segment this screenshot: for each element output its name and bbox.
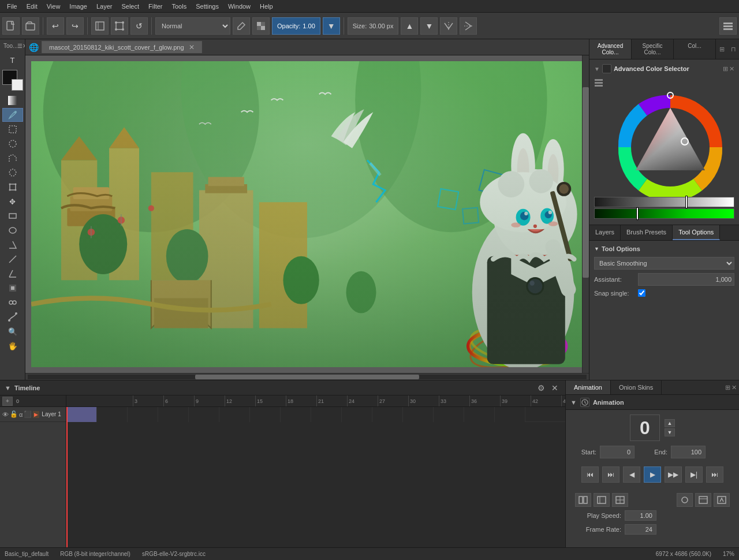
next-keyframe-btn[interactable]: ▶| — [685, 466, 703, 483]
canvas-viewport[interactable] — [25, 55, 589, 373]
color-selector-expand[interactable]: ⊞ — [723, 65, 728, 73]
undo-btn[interactable]: ↩ — [47, 17, 64, 35]
frame-down-btn[interactable]: ▼ — [665, 428, 675, 436]
frame-8[interactable] — [311, 407, 342, 422]
angle-tool-btn[interactable] — [2, 267, 23, 281]
start-input[interactable] — [600, 446, 635, 458]
new-document-btn[interactable] — [2, 17, 20, 35]
tool-options-tab[interactable]: Tool Options — [673, 225, 720, 240]
timeline-frames[interactable] — [66, 407, 565, 547]
menu-layer[interactable]: Layer — [92, 2, 117, 11]
transform-tool-btn[interactable] — [2, 180, 23, 194]
h-scrollbar[interactable] — [25, 373, 589, 380]
play-speed-input[interactable] — [625, 510, 656, 521]
similar-select-btn[interactable] — [2, 296, 23, 309]
rotate-btn[interactable]: ↺ — [130, 17, 148, 35]
menu-select[interactable]: Select — [117, 2, 144, 11]
frame-5[interactable] — [219, 407, 250, 422]
v-scrollbar[interactable] — [582, 55, 589, 373]
gradient-thumb-1[interactable] — [685, 196, 688, 208]
color-selector-close[interactable]: ✕ — [729, 65, 734, 73]
col-tab[interactable]: Col... — [674, 39, 716, 59]
toolbox-menu-btn[interactable]: ☰ — [17, 43, 23, 49]
path-tool-btn[interactable] — [2, 310, 23, 324]
panel-expand-btn[interactable]: ⊞ — [716, 39, 727, 59]
menu-tools[interactable]: Tools — [167, 2, 192, 11]
onion-skins-tab-btn[interactable]: Onion Skins — [611, 380, 662, 394]
snap-single-checkbox[interactable] — [638, 289, 645, 297]
mirror-v-btn[interactable] — [460, 17, 477, 35]
contiguous-select-btn[interactable] — [2, 281, 23, 295]
redo-btn[interactable]: ↪ — [66, 17, 84, 35]
frame-9[interactable] — [342, 407, 372, 422]
advanced-color-tab[interactable]: Advanced Colo... — [589, 39, 632, 59]
freehand-select-btn[interactable] — [2, 166, 23, 180]
menu-settings[interactable]: Settings — [191, 2, 223, 11]
color-gradient-bar-2[interactable] — [594, 208, 734, 219]
layer-anim-icon[interactable]: ▶ — [33, 411, 39, 418]
frame-10[interactable] — [372, 407, 403, 422]
tab-close-btn[interactable]: ✕ — [189, 44, 195, 51]
step-forward-btn[interactable]: ▶▶ — [665, 466, 682, 483]
color-wheel-container[interactable] — [594, 89, 734, 193]
document-tab[interactable]: mascot_20150812_kiki_scott_cover_f_glow.… — [42, 41, 202, 53]
transform-btn[interactable] — [111, 17, 128, 35]
anim-btn-6[interactable] — [714, 493, 730, 507]
play-btn[interactable]: ▶ — [644, 466, 661, 483]
end-input[interactable] — [671, 446, 706, 458]
ellipse-shape-btn[interactable] — [2, 223, 23, 237]
timeline-collapse-icon[interactable]: ▼ — [5, 384, 11, 391]
menu-image[interactable]: Image — [65, 2, 92, 11]
frame-up-btn[interactable]: ▲ — [665, 419, 675, 427]
preserve-alpha-btn[interactable] — [252, 17, 270, 35]
specific-color-tab[interactable]: Specific Colo... — [632, 39, 674, 59]
frame-14[interactable] — [495, 407, 525, 422]
anim-btn-1[interactable] — [575, 493, 591, 507]
size-up-btn[interactable]: ▲ — [401, 17, 418, 35]
animation-tab-btn[interactable]: Animation — [566, 380, 611, 394]
blend-mode-select[interactable]: Normal Multiply Screen Overlay — [155, 17, 230, 35]
frame-6[interactable] — [250, 407, 281, 422]
anim-btn-3[interactable] — [612, 493, 628, 507]
size-down-btn[interactable]: ▼ — [420, 17, 438, 35]
layer-inherit-icon[interactable]: ⬛ — [24, 410, 32, 418]
ellipse-select-btn[interactable] — [2, 137, 23, 151]
mirror-h-btn[interactable] — [440, 17, 457, 35]
frame-2[interactable] — [128, 407, 158, 422]
menu-view[interactable]: View — [42, 2, 65, 11]
prev-keyframe-btn[interactable]: ⏭ — [602, 466, 619, 483]
v-scrollbar-thumb[interactable] — [583, 87, 589, 278]
panel-float-btn[interactable]: ⊓ — [727, 39, 739, 59]
background-color[interactable] — [12, 79, 23, 91]
anim-btn-4[interactable] — [677, 493, 693, 507]
frame-4[interactable] — [189, 407, 219, 422]
layer-alpha-icon[interactable]: α — [19, 411, 23, 418]
move-tool-btn[interactable]: ✥ — [2, 195, 23, 208]
anim-panel-expand[interactable]: ⊞ — [725, 384, 730, 391]
gradient-thumb-2[interactable] — [636, 207, 639, 220]
skip-to-start-btn[interactable]: ⏮ — [581, 466, 599, 483]
document-settings-btn[interactable] — [91, 17, 109, 35]
color-swatch[interactable] — [2, 70, 23, 91]
frame-7[interactable] — [281, 407, 311, 422]
text-tool-btn[interactable]: T — [2, 53, 23, 67]
frame-12[interactable] — [434, 407, 464, 422]
menu-file[interactable]: File — [2, 2, 22, 11]
menu-help[interactable]: Help — [255, 2, 278, 11]
frame-3[interactable] — [158, 407, 189, 422]
brush-presets-tab[interactable]: Brush Presets — [621, 225, 673, 240]
smoothing-select[interactable]: Basic Smoothing No Smoothing Weighted Sm… — [594, 257, 734, 270]
open-btn[interactable] — [22, 17, 39, 35]
anim-panel-close[interactable]: ✕ — [731, 384, 737, 391]
frame-0[interactable] — [66, 407, 97, 422]
menu-filter[interactable]: Filter — [144, 2, 167, 11]
menu-edit[interactable]: Edit — [22, 2, 42, 11]
add-layer-btn[interactable]: + — [2, 397, 13, 406]
gradient-tool-btn[interactable] — [2, 94, 23, 107]
timeline-layer-1[interactable]: 👁 🔓 α ⬛ ▶ Layer 1 — [0, 407, 66, 422]
polygon-shape-btn[interactable] — [2, 238, 23, 252]
poly-select-btn[interactable] — [2, 151, 23, 165]
layers-tab[interactable]: Layers — [589, 225, 621, 240]
skip-to-end-btn[interactable]: ⏭ — [706, 466, 723, 483]
line-tool-btn[interactable] — [2, 252, 23, 266]
